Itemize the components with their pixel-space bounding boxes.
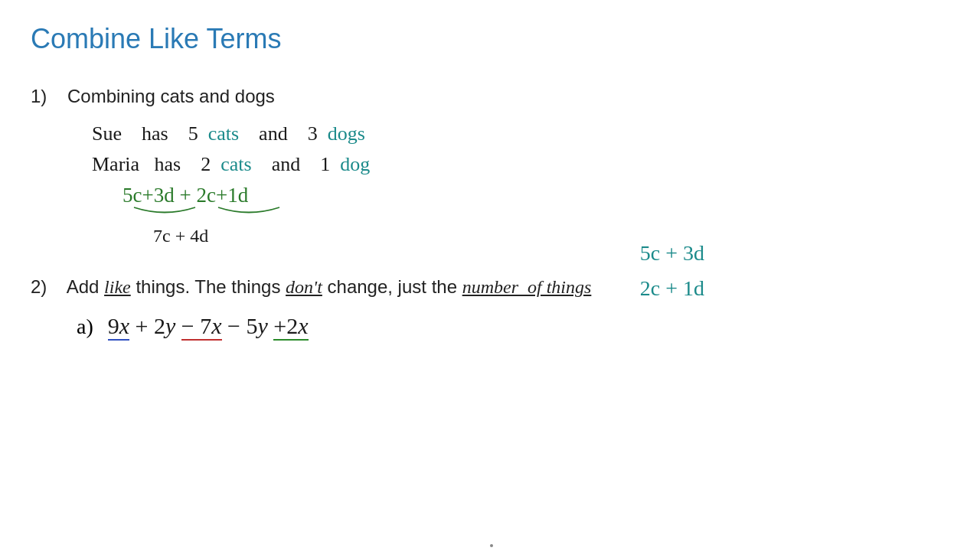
2c-span: 2c	[196, 184, 215, 207]
combined-expr: 5c+3d + 2c+1d	[122, 184, 248, 207]
problem-a-container: a) 9x + 2y − 7x − 5y +2x	[77, 313, 949, 339]
minus-5y: − 5y	[227, 313, 268, 338]
2x-span: +2x	[273, 313, 308, 341]
3d-span: 3d	[154, 184, 175, 207]
right-eq-1: 5c + 3d	[640, 241, 704, 266]
section-1-number: 1)	[31, 86, 47, 106]
7x-span: − 7x	[181, 313, 222, 341]
svg-text:7c + 4d: 7c + 4d	[153, 226, 208, 246]
number-of-things: number of things	[462, 277, 592, 297]
sue-text: Sue has 5	[92, 122, 208, 145]
problem-a-expr: 9x + 2y − 7x − 5y +2x	[108, 313, 309, 341]
section-1: 1) Combining cats and dogs Sue has 5 cat…	[31, 86, 949, 246]
section-1-title: Combining cats and dogs	[67, 86, 275, 106]
and-text-2: and 1	[252, 153, 341, 175]
add-text: Add	[67, 276, 104, 297]
section-2-text: 2) Add like things. The things don't cha…	[31, 276, 949, 298]
sue-line: Sue has 5 cats and 3 dogs	[92, 122, 949, 145]
1d-span: 1d	[227, 184, 248, 207]
content-area-1: Sue has 5 cats and 3 dogs Maria has 2 ca…	[92, 122, 949, 246]
plus-2y: + 2y	[136, 313, 176, 338]
combined-area: 5c+3d + 2c+1d 7c + 4d	[122, 184, 949, 246]
right-eq-2: 2c + 1d	[640, 276, 704, 301]
and-text-1: and 3	[239, 122, 328, 145]
cats-teal: cats	[208, 122, 239, 145]
page-title: Combine Like Terms	[31, 23, 949, 55]
plus1: +	[142, 184, 153, 207]
section-2-number: 2)	[31, 276, 47, 297]
like-word: like	[104, 277, 131, 297]
right-equations: 5c + 3d 2c + 1d	[640, 241, 704, 301]
9x-span: 9x	[108, 313, 129, 341]
5c-span: 5c	[122, 184, 142, 207]
change-text: change, just the	[328, 276, 462, 297]
maria-text: Maria has 2	[92, 153, 220, 175]
page-container: Combine Like Terms 1) Combining cats and…	[0, 0, 980, 393]
cats-teal-2: cats	[220, 153, 251, 175]
brace-svg: 7c + 4d	[130, 204, 360, 246]
maria-line: Maria has 2 cats and 1 dog	[92, 153, 949, 176]
combined-row: 5c+3d + 2c+1d	[122, 184, 949, 207]
plus2: +	[216, 184, 227, 207]
dont-word: don't	[286, 277, 322, 297]
space1: +	[179, 184, 191, 207]
dog-teal: dog	[340, 153, 370, 175]
section-1-header: 1) Combining cats and dogs	[31, 86, 949, 107]
dogs-teal: dogs	[328, 122, 365, 145]
problem-a-label: a)	[77, 315, 93, 338]
bottom-dot	[490, 544, 493, 547]
section-2: 2) Add like things. The things don't cha…	[31, 276, 949, 339]
things-text: things. The things	[136, 276, 286, 297]
